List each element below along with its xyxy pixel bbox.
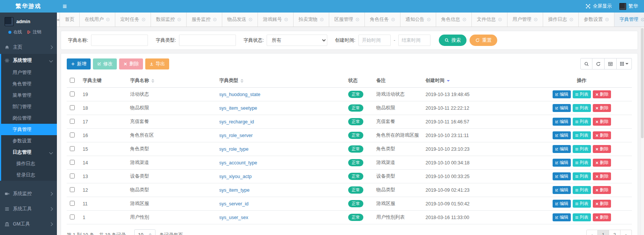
tab-auction-pets[interactable]: 拍卖宠物 <box>294 13 329 27</box>
search-button[interactable]: 搜索 <box>439 35 467 46</box>
dict-type-link[interactable]: sys_xiyou_actp <box>219 174 251 179</box>
edit-button[interactable]: 编辑 <box>553 172 571 180</box>
close-icon[interactable] <box>641 17 644 22</box>
modify-button[interactable]: 修改 <box>93 58 117 69</box>
edit-button[interactable]: 编辑 <box>553 118 571 126</box>
sidebar-item-dept-manage[interactable]: 部门管理 <box>1 101 57 112</box>
sidebar-item-dict-manage[interactable]: 字典管理 <box>0 124 57 135</box>
pagination-prev[interactable]: ‹ <box>586 230 598 235</box>
row-checkbox[interactable] <box>70 160 75 165</box>
close-icon[interactable] <box>141 17 146 22</box>
sidebar-group-system-header[interactable]: 系统管理 <box>1 54 57 67</box>
edit-button[interactable]: 编辑 <box>553 90 571 98</box>
row-checkbox[interactable] <box>70 91 75 96</box>
tab-notice[interactable]: 通知公告 <box>401 13 436 27</box>
tabs-scroll-left-button[interactable]: « <box>57 13 60 27</box>
column-header-created[interactable]: 创建时间 <box>423 74 531 88</box>
sidebar-item-menu-manage[interactable]: 菜单管理 <box>1 90 57 101</box>
sidebar-item-param-settings[interactable]: 参数设置 <box>1 135 57 147</box>
row-checkbox[interactable] <box>70 201 75 206</box>
delete-button[interactable]: 删除 <box>593 200 611 208</box>
tab-service-monitor[interactable]: 服务监控 <box>187 13 222 27</box>
page-size-select[interactable]: 10 <box>134 229 156 235</box>
sidebar-item-role-manage[interactable]: 角色管理 <box>1 78 57 90</box>
sidebar-item-login-log[interactable]: 登录日志 <box>1 169 57 181</box>
start-time-input[interactable] <box>358 35 391 46</box>
column-header-name[interactable]: 字典名称 <box>127 74 216 88</box>
tab-online-users[interactable]: 在线用户 <box>80 13 115 27</box>
row-checkbox[interactable] <box>70 173 75 178</box>
list-button[interactable]: 列表 <box>573 172 591 180</box>
sidebar-item-monitor[interactable]: 系统监控 <box>0 186 57 201</box>
tab-data-monitor[interactable]: 数据监控 <box>151 13 187 27</box>
close-icon[interactable] <box>498 17 502 22</box>
list-button[interactable]: 列表 <box>573 90 591 98</box>
tab-role-tasks[interactable]: 角色任务 <box>365 13 401 27</box>
dict-type-link[interactable]: sys_role_server <box>219 133 253 138</box>
tab-role-info[interactable]: 角色信息 <box>436 13 472 27</box>
edit-button[interactable]: 编辑 <box>553 159 571 167</box>
column-header-type[interactable]: 字典类型 <box>216 74 345 88</box>
dict-type-link[interactable]: sys_item_type <box>219 188 250 193</box>
list-button[interactable]: 列表 <box>573 104 591 112</box>
row-checkbox[interactable] <box>70 187 75 192</box>
scrollbar[interactable] <box>641 27 644 235</box>
table-refresh-button[interactable] <box>592 58 605 69</box>
row-checkbox[interactable] <box>70 214 75 219</box>
list-button[interactable]: 列表 <box>573 186 591 194</box>
pagination-page-1[interactable]: 1 <box>598 230 609 235</box>
close-icon[interactable] <box>320 17 324 22</box>
close-icon[interactable] <box>462 17 467 22</box>
scrollbar-thumb[interactable] <box>641 28 644 138</box>
sidebar-item-gm-tools[interactable]: GM工具 <box>0 216 57 232</box>
list-button[interactable]: 列表 <box>573 145 591 153</box>
close-icon[interactable] <box>569 17 573 22</box>
edit-button[interactable]: 编辑 <box>553 213 571 221</box>
delete-button[interactable]: 删除 <box>593 104 611 112</box>
table-columns-button[interactable] <box>617 58 632 69</box>
delete-button[interactable]: 删除 <box>593 213 611 221</box>
sidebar-item-tools[interactable]: 系统工具 <box>0 201 57 216</box>
edit-button[interactable]: 编辑 <box>553 131 571 139</box>
end-time-input[interactable] <box>398 35 430 46</box>
edit-button[interactable]: 编辑 <box>553 145 571 153</box>
fullscreen-button[interactable]: 全屏显示 <box>586 3 612 9</box>
user-menu[interactable]: 繁华 <box>619 3 638 10</box>
row-checkbox[interactable] <box>70 132 75 137</box>
dict-type-link[interactable]: sys_role_type <box>219 147 248 152</box>
row-checkbox[interactable] <box>70 146 75 151</box>
edit-button[interactable]: 编辑 <box>553 186 571 194</box>
dict-type-link[interactable]: sys_recharge_id <box>219 119 254 125</box>
tab-server-manage[interactable]: 区服管理 <box>329 13 365 27</box>
edit-button[interactable]: 编辑 <box>553 200 571 208</box>
sidebar-group-logs-header[interactable]: 日志管理 <box>1 147 57 158</box>
table-search-toggle-button[interactable] <box>580 58 592 69</box>
tab-home[interactable]: 首页 <box>60 13 80 27</box>
tab-game-account[interactable]: 游戏账号 <box>258 13 294 27</box>
close-icon[interactable] <box>106 17 110 22</box>
tab-file-info[interactable]: 文件信息 <box>472 13 507 27</box>
list-button[interactable]: 列表 <box>573 118 591 126</box>
dict-type-link[interactable]: sys_item_seetype <box>219 106 257 111</box>
close-icon[interactable] <box>391 17 395 22</box>
delete-button[interactable]: 删除 <box>593 131 611 139</box>
close-icon[interactable] <box>534 17 538 22</box>
sidebar-item-user-manage[interactable]: 用户管理 <box>1 67 57 78</box>
close-icon[interactable] <box>605 17 609 22</box>
dict-type-link[interactable]: sys_server_id <box>219 201 248 207</box>
tab-param-settings[interactable]: 参数设置 <box>579 13 614 27</box>
list-button[interactable]: 列表 <box>573 131 591 139</box>
dict-type-link[interactable]: sys_user_sex <box>219 215 248 220</box>
delete-button[interactable]: 删除 <box>593 118 611 126</box>
close-icon[interactable] <box>355 17 360 22</box>
tab-oper-log[interactable]: 操作日志 <box>543 13 579 27</box>
sidebar-item-home[interactable]: 主页 <box>0 40 57 54</box>
row-checkbox[interactable] <box>70 105 75 110</box>
pagination-page-2[interactable]: 2 <box>609 230 620 235</box>
dict-type-link[interactable]: sys_account_type <box>219 160 257 166</box>
close-icon[interactable] <box>248 17 253 22</box>
delete-button[interactable]: 删除 <box>593 90 611 98</box>
delete-button[interactable]: 删除 <box>593 186 611 194</box>
sidebar-item-oper-log[interactable]: 操作日志 <box>1 158 57 169</box>
delete-button[interactable]: 删除 <box>119 58 143 69</box>
